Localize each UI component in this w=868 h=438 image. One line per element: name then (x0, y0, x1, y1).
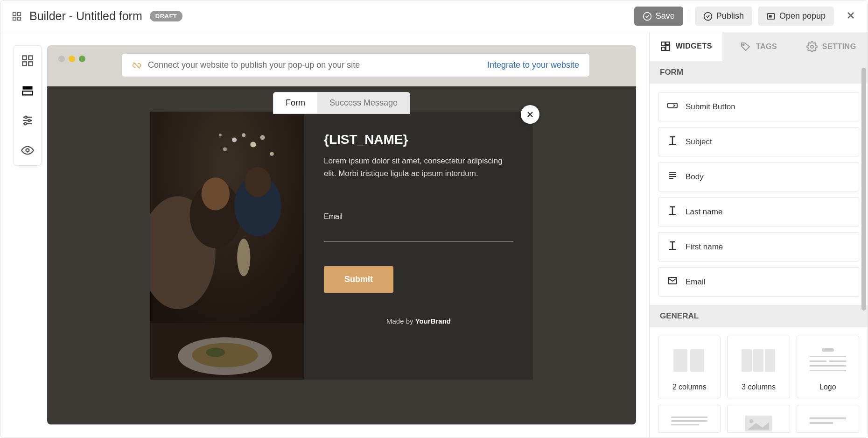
builder-icon (12, 11, 22, 21)
preview-text-block (663, 414, 715, 432)
widget-item-email[interactable]: Email (658, 267, 859, 297)
dot-yellow (69, 56, 75, 62)
popup-description[interactable]: Lorem ipsum dolor sit amet, consectetur … (324, 155, 513, 180)
svg-point-4 (643, 12, 651, 20)
panel-tab-widgets[interactable]: WIDGETS (650, 32, 722, 61)
submit-icon (667, 100, 678, 113)
popup-preview: {LIST_NAME} Lorem ipsum dolor sit amet, … (150, 112, 533, 380)
svg-rect-40 (661, 42, 665, 46)
popup-content: {LIST_NAME} Lorem ipsum dolor sit amet, … (304, 112, 533, 380)
save-button-label: Save (656, 11, 675, 21)
widget-item-label: Email (686, 277, 706, 287)
widget-item-first-name[interactable]: First name (658, 232, 859, 261)
popup-image (150, 112, 304, 380)
preview-backdrop: Form Success Message (47, 86, 636, 424)
svg-point-18 (28, 120, 30, 122)
email-label: Email (324, 212, 513, 221)
canvas-area: Connect your website to publish your pop… (0, 32, 649, 438)
text-icon (667, 205, 678, 219)
scrollbar[interactable] (861, 68, 866, 311)
layout-icon (21, 84, 34, 97)
widget-item-label: Subject (686, 137, 712, 147)
widget-card-partial[interactable] (658, 405, 721, 433)
tool-layout[interactable] (14, 76, 41, 106)
svg-rect-58 (810, 356, 846, 357)
publish-button[interactable]: Publish (695, 7, 752, 26)
svg-rect-0 (13, 12, 16, 15)
preview-image-block (732, 414, 784, 432)
dot-green (79, 56, 85, 62)
svg-rect-69 (810, 422, 833, 424)
grid-icon (21, 54, 34, 67)
tag-icon (740, 41, 751, 52)
svg-rect-62 (810, 370, 846, 371)
svg-point-29 (270, 152, 274, 156)
panel-tab-widgets-label: WIDGETS (676, 42, 712, 50)
svg-point-32 (202, 177, 230, 210)
submit-button[interactable]: Submit (324, 266, 393, 293)
right-panel: WIDGETS TAGS SETTING FORM Submit ButtonS… (649, 32, 868, 438)
svg-rect-7 (769, 15, 772, 17)
svg-point-26 (223, 148, 227, 151)
svg-rect-61 (810, 365, 846, 367)
panel-tab-setting[interactable]: SETTING (795, 32, 868, 61)
preview-logo (802, 345, 854, 376)
dot-red (58, 56, 65, 62)
widget-logo[interactable]: Logo (797, 336, 859, 398)
open-popup-button-label: Open popup (779, 11, 826, 21)
widget-3-columns[interactable]: 3 columns (727, 336, 790, 398)
tool-preview[interactable] (14, 135, 41, 165)
open-popup-button[interactable]: Open popup (758, 7, 834, 26)
widget-item-label: Submit Button (686, 102, 735, 112)
browser-frame: Connect your website to publish your pop… (47, 45, 636, 424)
text-icon (667, 135, 678, 148)
preview-tab-switcher: Form Success Message (273, 92, 410, 114)
svg-rect-41 (666, 42, 670, 44)
widget-item-label: Body (686, 172, 704, 182)
widgets-icon (660, 41, 671, 52)
tab-success-message[interactable]: Success Message (317, 92, 410, 113)
svg-rect-56 (765, 349, 775, 372)
panel-tab-setting-label: SETTING (822, 42, 856, 51)
preview-3-columns (732, 345, 784, 376)
close-icon (525, 110, 535, 119)
panel-tab-tags[interactable]: TAGS (722, 32, 795, 61)
tab-form[interactable]: Form (273, 92, 317, 113)
svg-rect-39 (150, 323, 304, 380)
widget-item-submit-button[interactable]: Submit Button (658, 92, 859, 121)
email-input[interactable] (324, 226, 513, 242)
svg-rect-53 (690, 349, 704, 372)
popup-close-button[interactable] (521, 105, 539, 124)
svg-rect-60 (829, 360, 846, 362)
svg-rect-68 (810, 417, 846, 419)
svg-rect-63 (671, 417, 707, 418)
made-by-text: Made by (386, 317, 415, 325)
svg-rect-13 (23, 91, 33, 95)
tool-widgets[interactable] (14, 46, 41, 76)
draft-badge: DRAFT (150, 11, 183, 21)
save-button[interactable]: Save (634, 7, 683, 26)
widget-2-columns[interactable]: 2 columns (658, 336, 721, 398)
svg-rect-65 (671, 424, 699, 425)
form-widgets-list: Submit ButtonSubjectBodyLast nameFirst n… (650, 84, 868, 305)
widget-item-last-name[interactable]: Last name (658, 197, 859, 226)
check-circle-icon (703, 12, 713, 21)
browser-dots (58, 56, 85, 62)
svg-point-28 (219, 134, 222, 136)
widget-card-partial[interactable] (797, 405, 859, 433)
svg-point-23 (232, 137, 237, 142)
body-icon (667, 170, 678, 184)
widget-item-body[interactable]: Body (658, 162, 859, 191)
widget-label: 3 columns (742, 383, 776, 391)
svg-point-27 (260, 135, 265, 140)
svg-rect-54 (742, 349, 752, 372)
svg-point-44 (742, 44, 744, 46)
widget-item-subject[interactable]: Subject (658, 127, 859, 156)
integrate-link[interactable]: Integrate to your website (487, 60, 579, 70)
gear-icon (806, 41, 818, 52)
popup-title[interactable]: {LIST_NAME} (324, 132, 513, 147)
svg-rect-55 (753, 349, 763, 372)
tool-settings[interactable] (14, 106, 41, 135)
widget-card-partial[interactable] (727, 405, 790, 433)
close-button[interactable] (845, 10, 856, 23)
